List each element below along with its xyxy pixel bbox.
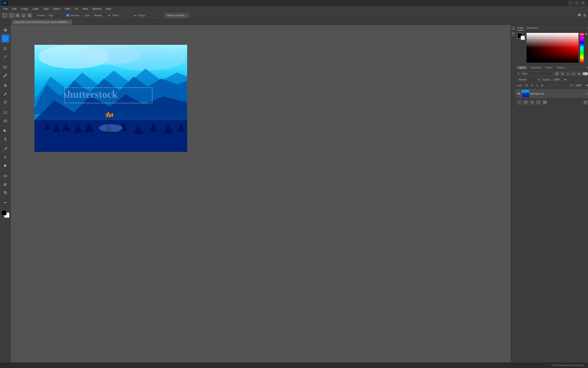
gradient-tool[interactable] (1, 127, 9, 135)
lock-artboard-btn[interactable] (540, 83, 544, 87)
marquee-tool[interactable] (1, 35, 9, 42)
selection-mode-group (9, 13, 32, 18)
shape-tool[interactable] (1, 172, 9, 180)
eyedropper-tool[interactable] (1, 71, 9, 79)
dodge-tool[interactable] (1, 135, 9, 143)
hue-strip[interactable] (580, 33, 584, 63)
add-adjustment-button[interactable] (530, 100, 534, 105)
layers-kind-input[interactable] (521, 72, 553, 76)
document-tab-close[interactable]: × (68, 21, 70, 23)
panel-icon-2[interactable] (511, 32, 516, 36)
tool-icon-marquee (2, 13, 8, 18)
menu-window[interactable]: Window (90, 7, 103, 11)
fill-input[interactable] (575, 83, 584, 87)
move-tool[interactable] (1, 26, 9, 34)
style-dropdown[interactable]: Normal Fixed Ratio Fixed Size (92, 13, 111, 18)
panel-icon-color[interactable] (511, 26, 516, 30)
menu-edit[interactable]: Edit (10, 7, 18, 11)
hand-tool[interactable] (1, 180, 9, 188)
antialias-checkbox[interactable] (66, 14, 69, 17)
hue-arrow[interactable] (585, 33, 588, 35)
clone-stamp-tool[interactable] (1, 98, 9, 106)
spot-heal-tool[interactable] (1, 82, 9, 89)
zoom-tool[interactable] (1, 189, 9, 196)
menu-layer[interactable]: Layer (30, 7, 41, 11)
add-mask-button[interactable] (523, 100, 528, 105)
magic-wand-tool[interactable] (1, 53, 9, 61)
adjust-filter-btn[interactable] (560, 72, 565, 76)
layer-item-background[interactable]: Background (516, 89, 588, 98)
color-gradient-field[interactable] (526, 33, 579, 63)
intersect-selection-btn[interactable] (27, 13, 32, 18)
color-tab[interactable]: Color (517, 26, 524, 30)
menu-image[interactable]: Image (19, 7, 30, 11)
eraser-tool[interactable] (1, 117, 9, 125)
document-tab-title: img-2020-10-03-14-58-19.png @ 161% (RGB/… (14, 21, 67, 24)
maximize-button[interactable]: □ (574, 1, 580, 5)
svg-marker-101 (586, 85, 588, 87)
search-icon[interactable]: 🔍 (578, 13, 582, 17)
opacity-stepper[interactable] (564, 79, 566, 81)
minimize-button[interactable]: – (568, 1, 573, 5)
lock-image-btn[interactable] (530, 83, 534, 87)
menu-view[interactable]: View (81, 7, 90, 11)
swap-dimensions-icon[interactable]: ⇌ (134, 14, 136, 17)
close-button[interactable]: ✕ (580, 1, 586, 5)
paths-tab[interactable]: Paths (544, 65, 553, 70)
history-brush-tool[interactable] (1, 108, 9, 116)
width-label: Width: (112, 14, 119, 17)
more-tools[interactable] (1, 199, 9, 207)
layer-visibility-eye[interactable] (517, 92, 521, 95)
type-filter-btn[interactable]: T (566, 72, 570, 76)
pixel-filter-btn[interactable] (555, 72, 559, 76)
menu-file[interactable]: File (2, 7, 10, 11)
create-group-button[interactable] (536, 100, 541, 105)
filter-toggle[interactable] (582, 72, 588, 75)
layers-panel-menu[interactable]: ≡ (586, 66, 588, 69)
svg-rect-73 (109, 114, 111, 117)
svg-point-23 (4, 76, 4, 77)
document-tab[interactable]: img-2020-10-03-14-58-19.png @ 161% (RGB/… (12, 20, 72, 25)
title-bar-controls[interactable]: – □ ✕ (568, 1, 586, 5)
height-input[interactable] (147, 13, 159, 18)
delete-layer-button[interactable] (583, 100, 588, 105)
shape-filter-btn[interactable] (571, 72, 576, 76)
menu-help[interactable]: Help (104, 7, 113, 11)
canvas-image[interactable]: shutterstock (35, 45, 187, 152)
lasso-tool[interactable] (1, 45, 9, 53)
menu-filter[interactable]: Filter (63, 7, 72, 11)
opacity-input[interactable] (553, 78, 563, 82)
tool-sep-4 (2, 107, 9, 107)
fill-stepper[interactable] (586, 84, 588, 87)
subtract-selection-btn[interactable] (21, 13, 26, 18)
smart-filter-btn[interactable]: fx (577, 72, 581, 76)
feather-input[interactable] (48, 13, 62, 18)
color-picker-area[interactable] (526, 33, 579, 63)
layers-tab[interactable]: Layers (517, 65, 527, 70)
type-tool[interactable]: T (1, 154, 9, 161)
menu-select[interactable]: Select (51, 7, 62, 11)
panel-toggle-icon[interactable]: ⊞ (583, 13, 586, 17)
lock-transparency-btn[interactable] (525, 83, 529, 87)
select-mask-button[interactable]: Select and Mask... (164, 13, 189, 18)
lock-position-btn[interactable] (535, 83, 539, 87)
menu-3d[interactable]: 3D (73, 7, 80, 11)
channels-tab[interactable]: Channels (529, 65, 543, 70)
new-selection-btn[interactable] (9, 13, 14, 18)
new-layer-button[interactable] (543, 100, 547, 105)
tool-sep-2 (2, 62, 9, 62)
color-panel-menu[interactable]: ≡ (586, 27, 588, 29)
menu-type[interactable]: Type (41, 7, 51, 11)
background-color[interactable] (521, 36, 525, 40)
crop-tool[interactable] (1, 63, 9, 71)
foreground-color-swatch[interactable] (1, 210, 7, 215)
blend-mode-dropdown[interactable]: Normal Multiply Screen Overlay (517, 78, 541, 82)
brush-tool[interactable] (1, 90, 9, 98)
add-selection-btn[interactable] (15, 13, 20, 18)
path-select-tool[interactable] (1, 162, 9, 170)
swatches-tab[interactable]: Swatches (527, 26, 538, 30)
history-tab[interactable]: History (555, 65, 566, 70)
add-fx-button[interactable]: fx (517, 100, 522, 105)
pen-tool[interactable] (1, 145, 9, 153)
width-input[interactable] (121, 13, 133, 18)
